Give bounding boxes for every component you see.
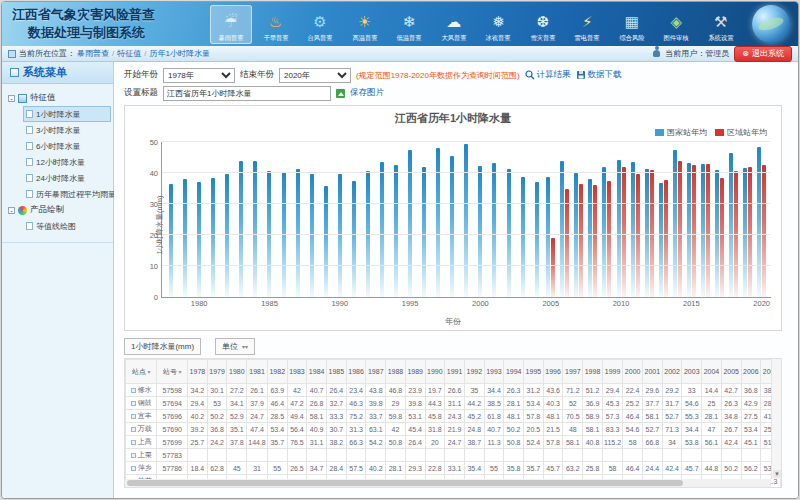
dataset-selector[interactable]: 1小时降水量(mm) [124, 338, 201, 355]
breadcrumb-item[interactable]: 特征值 [117, 49, 141, 58]
toolbar-item-label: 大风普查 [441, 34, 466, 43]
station-id-cell: 57690 [157, 423, 188, 436]
bar-regional-2010 [622, 167, 626, 298]
toolbar-item-typhoon[interactable]: ⚙台风普查 [299, 5, 341, 44]
value-cell [405, 449, 425, 462]
calculate-button-label: 计算结果 [537, 69, 571, 81]
toolbar-item-lightning[interactable]: ⚡雷电普查 [566, 5, 608, 44]
bar-group-1988 [305, 142, 319, 297]
collapse-toggle-icon[interactable]: - [8, 207, 15, 214]
tree-item[interactable]: 1小时降水量 [23, 106, 111, 122]
tree-node-products[interactable]: -产品绘制 [8, 202, 111, 218]
sort-arrow-icon[interactable]: ▾ [146, 369, 151, 375]
tree-item[interactable]: 3小时降水量 [23, 122, 111, 138]
logout-button[interactable]: ⊗ 退出系统 [734, 46, 792, 62]
tree-item[interactable]: 12小时降水量 [23, 154, 111, 170]
unit-selector[interactable]: 单位 ▾▾ [215, 338, 255, 355]
app-window: 江西省气象灾害风险普查 数据处理与制图系统 ☔暴雨普查♨干旱普查⚙台风普查☀高温… [1, 1, 799, 499]
tree-item[interactable]: 历年暴雨过程平均雨量 [23, 186, 111, 202]
toolbar-item-map-review[interactable]: ◈图件审核 [655, 5, 697, 44]
station-name-cell: 铜鼓 [126, 397, 157, 410]
location-label: 当前所在位置： [19, 48, 75, 59]
horizontal-scrollbar[interactable] [125, 479, 771, 487]
horizontal-scrollbar-thumb[interactable] [127, 480, 683, 486]
value-cell: 31.8 [425, 423, 445, 436]
value-cell [583, 449, 603, 462]
table-row[interactable]: 上栗57783 [126, 449, 781, 462]
value-cell: 56.4 [287, 423, 307, 436]
column-header-year: 1992 [464, 360, 484, 384]
value-cell: 43.6 [543, 384, 563, 397]
column-header-year: 1986 [346, 360, 366, 384]
y-tick-label: 50 [150, 138, 158, 147]
tree-node-features[interactable]: -特征值 [8, 90, 111, 106]
table-row[interactable]: 萍乡5778618.462.845315526.534.728.457.540.… [126, 462, 781, 475]
toolbar-item-risk[interactable]: ▦综合风险 [611, 5, 653, 44]
toolbar-item-settings[interactable]: ⚒系统设置 [700, 5, 742, 44]
toolbar-item-cold[interactable]: ❄低温普查 [388, 5, 430, 44]
start-year-select[interactable]: 1978年 [163, 68, 235, 83]
bar-group-1981 [206, 142, 220, 297]
value-cell [682, 449, 702, 462]
toolbar-item-wind[interactable]: ☁大风普查 [433, 5, 475, 44]
chart-title-input[interactable] [163, 86, 331, 101]
bar-group-1978 [164, 142, 178, 297]
bar-group-2006 [558, 142, 572, 297]
table-row[interactable]: 上高5769925.724.237.8144.835.776.531.138.2… [126, 436, 781, 449]
column-header-year: 1993 [484, 360, 504, 384]
station-id-cell: 57699 [157, 436, 188, 449]
column-header-year: 1999 [602, 360, 622, 384]
toolbar-item-drought[interactable]: ♨干旱普查 [255, 5, 297, 44]
breadcrumb-item[interactable]: 暴雨普查 [77, 49, 109, 58]
value-cell: 19.7 [425, 384, 445, 397]
tree-item[interactable]: 6小时降水量 [23, 138, 111, 154]
column-header-station[interactable]: 站点 ▾ [126, 360, 157, 384]
x-tick-label: 1985 [261, 299, 278, 308]
value-cell: 35.7 [267, 436, 287, 449]
value-cell: 30.7 [327, 423, 347, 436]
download-button[interactable]: 数据下载 [576, 69, 622, 81]
value-cell: 21.9 [445, 423, 465, 436]
value-cell: 52.3 [346, 488, 366, 489]
sort-arrow-icon[interactable]: ▾ [177, 369, 182, 375]
collapse-toggle-icon[interactable]: - [8, 95, 15, 102]
tree-item[interactable]: 24小时降水量 [23, 170, 111, 186]
toolbar-item-heat[interactable]: ☀高温普查 [344, 5, 386, 44]
toolbar-item-snow[interactable]: ❆雪灾普查 [522, 5, 564, 44]
value-cell: 14.4 [702, 384, 722, 397]
table-row[interactable]: 宜丰5769640.250.252.924.728.549.458.133.37… [126, 410, 781, 423]
toolbar-item-rain[interactable]: ☔暴雨普查 [210, 5, 252, 44]
column-header-year: 1978 [188, 360, 208, 384]
value-cell: 70.5 [563, 410, 583, 423]
table-row[interactable]: 修水5759834.230.127.226.163.94240.726.423.… [126, 384, 781, 397]
station-id-cell: 57694 [157, 397, 188, 410]
table-row[interactable]: 铜鼓5769429.45334.137.946.447.226.832.746.… [126, 397, 781, 410]
table-row[interactable]: 万载5769039.236.835.147.453.456.440.930.73… [126, 423, 781, 436]
value-cell: 38.7 [464, 436, 484, 449]
gridline [162, 234, 771, 235]
toolbar: ☔暴雨普查♨干旱普查⚙台风普查☀高温普查❄低温普查☁大风普查❅冰雹普查❆雪灾普查… [210, 5, 742, 44]
breadcrumb-item[interactable]: 历年1小时降水量 [149, 49, 209, 58]
value-cell: 48.1 [543, 410, 563, 423]
station-year-table: 站点 ▾站号 ▾19781979198019811982198319841985… [125, 359, 781, 488]
tree-item[interactable]: 等值线绘图 [23, 218, 111, 234]
start-year-label: 开始年份 [124, 69, 158, 81]
vertical-scrollbar[interactable]: ▼ [771, 359, 781, 479]
end-year-select[interactable]: 2020年 [279, 68, 351, 83]
globe-logo-icon [752, 5, 790, 43]
scroll-down-arrow-icon[interactable]: ▼ [773, 470, 781, 478]
tree-item-label: 12小时降水量 [36, 157, 85, 168]
bar-regional-2016 [706, 164, 710, 297]
value-cell: 25.2 [623, 397, 643, 410]
save-image-button[interactable]: 保存图片 [350, 87, 384, 99]
value-cell: 77.2 [682, 488, 702, 489]
toolbar-item-hail[interactable]: ❅冰雹普查 [477, 5, 519, 44]
calculate-button[interactable]: 计算结果 [525, 69, 571, 81]
value-cell [464, 449, 484, 462]
value-cell: 52.9 [227, 410, 247, 423]
table-row[interactable]: 宜春5779333.128.530.541.221.446.652.847.85… [126, 488, 781, 489]
column-header-station-id[interactable]: 站号 ▾ [157, 360, 188, 384]
value-cell: 53.3 [464, 488, 484, 489]
toolbar-item-label: 系统设置 [708, 34, 733, 43]
value-cell: 39.8 [366, 397, 386, 410]
